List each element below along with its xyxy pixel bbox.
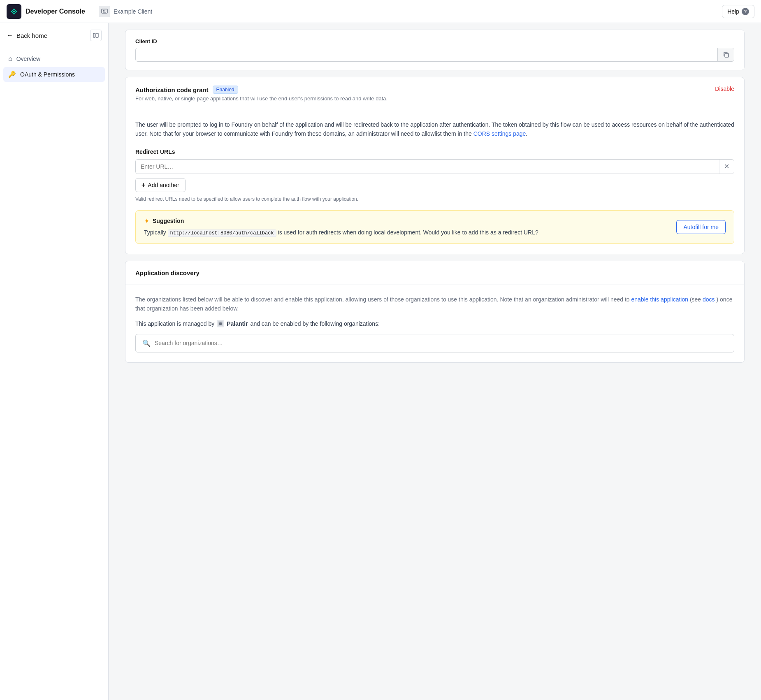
app-logo	[7, 4, 21, 19]
header-divider	[92, 5, 92, 18]
grant-description: For web, native, or single-page applicat…	[135, 95, 387, 102]
svg-rect-5	[96, 33, 98, 37]
redirect-urls-label: Redirect URLs	[135, 148, 734, 155]
sidebar-item-label: OAuth & Permissions	[20, 71, 75, 78]
copy-client-id-button[interactable]	[717, 48, 734, 61]
svg-rect-8	[219, 322, 222, 325]
suggestion-title-row: ✦ Suggestion	[144, 217, 670, 225]
client-icon	[99, 6, 110, 17]
svg-rect-4	[93, 33, 95, 37]
suggestion-title: Suggestion	[153, 218, 184, 224]
client-id-section: Client ID	[125, 30, 744, 70]
app-header: Developer Console Example Client Help ?	[0, 0, 761, 23]
client-tab[interactable]: Example Client	[99, 6, 152, 17]
palantir-icon	[217, 320, 224, 327]
palantir-name: Palantir	[227, 320, 248, 327]
client-id-input[interactable]	[136, 48, 717, 61]
help-label: Help	[727, 8, 739, 15]
discovery-description: The organizations listed below will be a…	[135, 295, 734, 313]
autofill-button[interactable]: Autofill for me	[676, 220, 726, 234]
app-title: Developer Console	[26, 8, 85, 15]
client-id-field-container	[135, 48, 734, 62]
help-button[interactable]: Help ?	[722, 5, 754, 18]
redirect-url-input[interactable]	[136, 160, 719, 174]
enable-app-link[interactable]: enable this application	[631, 296, 688, 303]
back-arrow-icon: ←	[7, 32, 13, 39]
plus-icon: +	[142, 181, 145, 189]
home-icon: ⌂	[8, 55, 12, 63]
sidebar-item-oauth[interactable]: 🔑 OAuth & Permissions	[3, 67, 105, 82]
localhost-code: http://localhost:8080/auth/callback	[168, 229, 276, 237]
valid-urls-note: Valid redirect URLs need to be specified…	[135, 196, 734, 202]
grant-body-text: The user will be prompted to log in to F…	[135, 120, 734, 139]
grant-title: Authorization code grant	[135, 86, 209, 93]
discovery-header: Application discovery	[125, 261, 744, 285]
suggestion-text: Typically http://localhost:8080/auth/cal…	[144, 228, 670, 237]
enabled-badge: Enabled	[213, 86, 238, 94]
docs-link[interactable]: docs	[703, 296, 715, 303]
clear-url-button[interactable]: ✕	[719, 160, 734, 174]
client-id-label: Client ID	[135, 38, 734, 44]
help-icon: ?	[742, 8, 749, 15]
search-orgs-input[interactable]	[155, 340, 727, 346]
managed-by-row: This application is managed by Palantir …	[135, 320, 734, 327]
main-content: Client ID Authorization code gr	[109, 23, 761, 700]
grant-header: Authorization code grant Enabled For web…	[125, 77, 744, 110]
cors-link[interactable]: CORS settings page	[473, 130, 526, 137]
main-layout: ← Back home ⌂ Overview 🔑 OAuth & Permiss…	[0, 23, 761, 700]
back-home-button[interactable]: ← Back home	[0, 23, 108, 48]
svg-rect-6	[725, 53, 729, 57]
grant-title-row: Authorization code grant Enabled	[135, 86, 387, 94]
search-icon: 🔍	[142, 339, 151, 347]
suggestion-star-icon: ✦	[144, 217, 149, 225]
app-discovery-card: Application discovery The organizations …	[125, 261, 745, 363]
add-another-label: Add another	[148, 182, 179, 188]
sidebar-item-label: Overview	[16, 56, 40, 62]
client-name: Example Client	[114, 8, 152, 15]
auth-grant-card: Authorization code grant Enabled For web…	[125, 77, 745, 254]
key-icon: 🔑	[8, 71, 16, 78]
client-id-card: Client ID	[125, 30, 745, 70]
suggestion-box: ✦ Suggestion Typically http://localhost:…	[135, 210, 734, 244]
add-another-button[interactable]: + Add another	[135, 178, 186, 192]
search-orgs-box: 🔍	[135, 334, 734, 352]
sidebar: ← Back home ⌂ Overview 🔑 OAuth & Permiss…	[0, 23, 109, 700]
collapse-sidebar-button[interactable]	[90, 30, 102, 41]
sidebar-nav: ⌂ Overview 🔑 OAuth & Permissions	[0, 48, 108, 86]
sidebar-item-overview[interactable]: ⌂ Overview	[3, 51, 105, 66]
svg-rect-2	[103, 10, 104, 12]
discovery-body: The organizations listed below will be a…	[125, 285, 744, 362]
suggestion-content: ✦ Suggestion Typically http://localhost:…	[144, 217, 670, 237]
back-home-label: Back home	[16, 32, 47, 39]
disable-button[interactable]: Disable	[715, 86, 734, 92]
url-input-row: ✕	[135, 159, 734, 174]
grant-body: The user will be prompted to log in to F…	[125, 110, 744, 254]
discovery-title: Application discovery	[135, 269, 734, 276]
